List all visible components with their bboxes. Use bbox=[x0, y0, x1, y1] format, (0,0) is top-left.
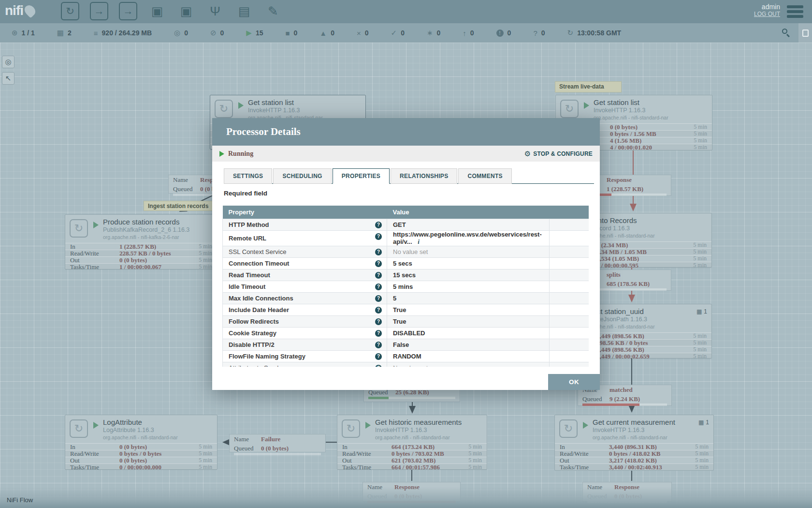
property-column-header: Property bbox=[223, 206, 387, 219]
global-menu-icon[interactable] bbox=[787, 5, 803, 20]
property-value[interactable]: No value set bbox=[393, 364, 428, 367]
property-value[interactable]: True bbox=[393, 318, 406, 325]
status-value: 0 bbox=[437, 29, 441, 37]
tab-comments[interactable]: COMMENTS bbox=[458, 168, 511, 184]
status-value: 15 bbox=[256, 29, 263, 37]
nifi-logo[interactable]: nifi bbox=[5, 3, 35, 18]
processor-bundle: org.apache.nifi - nifi-standard-nar bbox=[103, 434, 215, 440]
logout-link[interactable]: LOG OUT bbox=[754, 11, 780, 17]
processor-tool-icon[interactable]: ↻ bbox=[61, 2, 79, 20]
locally-modified-stale-icon: ! bbox=[496, 30, 504, 37]
canvas-label[interactable]: Stream live-data bbox=[555, 81, 622, 92]
property-value[interactable]: https://www.pegelonline.wsv.de/webservic… bbox=[393, 231, 542, 245]
search-icon[interactable] bbox=[782, 29, 791, 37]
tab-scheduling[interactable]: SCHEDULING bbox=[273, 168, 331, 184]
help-icon[interactable]: ? bbox=[375, 330, 382, 337]
help-icon[interactable]: ? bbox=[375, 233, 382, 240]
tab-properties[interactable]: PROPERTIES bbox=[333, 168, 390, 184]
birdseye-panel-button[interactable] bbox=[798, 23, 812, 43]
not-transmitting-remote-groups-icon: ⊘ bbox=[210, 29, 217, 37]
stat-row-tasks: Tasks/Time 0 / 00:00:00.000 5 min bbox=[65, 463, 217, 470]
ok-button[interactable]: OK bbox=[548, 374, 600, 390]
property-row[interactable]: Follow Redirects ? True bbox=[223, 315, 589, 327]
stat-row-in: In 1 (228.57 KB) 5 min bbox=[65, 243, 217, 250]
processor[interactable]: ↻ Get current measurement InvokeHTTP 1.1… bbox=[554, 415, 714, 471]
breadcrumb[interactable]: NiFi Flow bbox=[7, 496, 33, 504]
property-value[interactable]: 5 bbox=[393, 295, 396, 302]
properties-table-header: Property Value bbox=[223, 206, 589, 219]
output-port-tool-icon[interactable]: → bbox=[119, 2, 137, 20]
help-icon[interactable]: ? bbox=[375, 307, 382, 314]
tab-relationships[interactable]: RELATIONSHIPS bbox=[391, 168, 457, 184]
connection-queued-row: Queued0 (0 bytes) bbox=[230, 444, 325, 453]
connection-label[interactable]: NameFailure Queued0 (0 bytes) bbox=[229, 434, 326, 452]
help-icon[interactable]: ? bbox=[375, 249, 382, 255]
stat-row-out: Out 3,217 (418.02 KB) 5 min bbox=[555, 457, 713, 463]
stat-row-out: Out 0 (0 bytes) 5 min bbox=[65, 256, 217, 263]
tab-settings[interactable]: SETTINGS bbox=[224, 168, 272, 184]
gear-icon: ⚙ bbox=[524, 149, 531, 158]
status-value: 0 bbox=[541, 29, 545, 37]
processor[interactable]: ↻ LogAttribute LogAttribute 1.16.3 org.a… bbox=[65, 415, 218, 470]
properties-table-container[interactable]: Property Value HTTP Method ? bbox=[222, 206, 589, 367]
property-name: Remote URL bbox=[229, 235, 266, 242]
property-name: Cookie Strategy bbox=[229, 329, 276, 337]
stop-and-configure-button[interactable]: ⚙ STOP & CONFIGURE bbox=[524, 149, 593, 158]
processor-bundle: org.apache.nifi - nifi-standard-nar bbox=[593, 434, 711, 440]
property-value[interactable]: False bbox=[393, 341, 409, 348]
stat-row-tasks: Tasks/Time 3,440 / 00:02:40.913 5 min bbox=[555, 463, 713, 470]
property-row[interactable]: FlowFile Naming Strategy ? RANDOM bbox=[223, 350, 589, 362]
processor[interactable]: ↻ Get historic measurements InvokeHTTP 1… bbox=[337, 415, 487, 470]
processor-type: InvokeHTTP 1.16.3 bbox=[248, 107, 363, 114]
running-status-icon bbox=[583, 422, 588, 429]
property-row[interactable]: Attributes to Send ? No value set bbox=[223, 362, 589, 367]
property-value[interactable]: DISABLED bbox=[393, 329, 425, 337]
funnel-tool-icon[interactable]: Ψ bbox=[206, 2, 224, 20]
property-value[interactable]: RANDOM bbox=[393, 353, 421, 360]
extra-column-header bbox=[550, 206, 589, 219]
help-icon[interactable]: ? bbox=[375, 284, 382, 290]
processor-type: InvokeHTTP 1.16.3 bbox=[594, 107, 710, 114]
running-status-icon bbox=[93, 222, 99, 228]
property-row[interactable]: Connection Timeout ? 5 secs bbox=[223, 257, 589, 269]
help-icon[interactable]: ? bbox=[375, 260, 382, 267]
help-icon[interactable]: ? bbox=[375, 272, 382, 279]
navigate-palette-button[interactable]: ◎ bbox=[2, 56, 14, 68]
process-group-tool-icon[interactable]: ▣ bbox=[148, 2, 166, 20]
connection-name-row: NameFailure bbox=[230, 434, 325, 444]
processor-icon: ↻ bbox=[70, 219, 88, 238]
input-port-tool-icon[interactable]: → bbox=[90, 2, 108, 20]
fragment-count-badge: ▦1 bbox=[696, 308, 707, 315]
property-row[interactable]: SSL Context Service ? No value set bbox=[223, 246, 589, 257]
help-icon[interactable]: ? bbox=[375, 318, 382, 325]
property-row[interactable]: Idle Timeout ? 5 mins bbox=[223, 281, 589, 292]
property-value[interactable]: No value set bbox=[393, 248, 428, 255]
property-row[interactable]: Disable HTTP/2 ? False bbox=[223, 339, 589, 350]
help-icon[interactable]: ? bbox=[375, 342, 382, 348]
property-value[interactable]: 5 secs bbox=[393, 260, 412, 267]
help-icon[interactable]: ? bbox=[375, 222, 382, 228]
template-tool-icon[interactable]: ▤ bbox=[235, 2, 253, 20]
connection-queued-row: Queued9 (2.24 KB) bbox=[578, 394, 671, 403]
transmitting-remote-groups-icon: ◎ bbox=[174, 29, 180, 37]
property-row[interactable]: Read Timeout ? 15 secs bbox=[223, 269, 589, 281]
help-icon[interactable]: ? bbox=[375, 365, 382, 367]
locally-modified-versions-icon: ∗ bbox=[427, 29, 433, 37]
help-icon[interactable]: ? bbox=[375, 353, 382, 360]
processor-title: Get current measurement bbox=[593, 418, 711, 426]
processor[interactable]: ↻ Produce station records PublishKafkaRe… bbox=[65, 214, 218, 269]
property-value[interactable]: 15 secs bbox=[393, 271, 416, 279]
property-value[interactable]: GET bbox=[393, 221, 406, 228]
operate-palette-button[interactable]: ↖ bbox=[2, 72, 14, 85]
remote-process-group-tool-icon[interactable]: ▣ bbox=[177, 2, 195, 20]
help-icon[interactable]: ? bbox=[375, 295, 382, 302]
property-row[interactable]: Include Date Header ? True bbox=[223, 304, 589, 315]
property-value[interactable]: True bbox=[393, 306, 406, 314]
label-tool-icon[interactable]: ✎ bbox=[264, 2, 282, 20]
active-threads-icon: ⊛ bbox=[12, 29, 18, 37]
property-row[interactable]: Max Idle Connections ? 5 bbox=[223, 292, 589, 304]
property-row[interactable]: HTTP Method ? GET bbox=[223, 219, 589, 230]
property-row[interactable]: Remote URL ? https://www.pegelonline.wsv… bbox=[223, 230, 589, 246]
property-value[interactable]: 5 mins bbox=[393, 283, 413, 290]
property-row[interactable]: Cookie Strategy ? DISABLED bbox=[223, 327, 589, 339]
